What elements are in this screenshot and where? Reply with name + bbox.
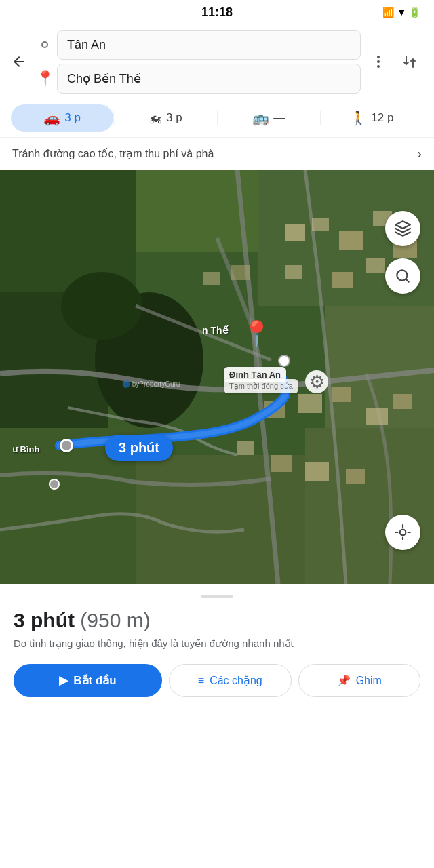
back-button[interactable] bbox=[5, 48, 33, 75]
svg-rect-21 bbox=[366, 258, 385, 273]
svg-rect-30 bbox=[346, 469, 365, 484]
moto-icon: 🏍 bbox=[149, 111, 162, 126]
origin-dot bbox=[41, 41, 48, 48]
watermark: 🔵 byPropertyGuru bbox=[122, 380, 180, 388]
map-background bbox=[0, 170, 434, 584]
route-summary: 3 phút (950 m) bbox=[14, 609, 420, 632]
origin-input[interactable]: Tân An bbox=[57, 30, 361, 60]
svg-rect-24 bbox=[332, 387, 351, 402]
svg-rect-23 bbox=[298, 394, 322, 413]
transport-transit[interactable]: 🚌 — bbox=[218, 104, 320, 132]
svg-rect-26 bbox=[393, 394, 412, 409]
map-layers-button[interactable] bbox=[385, 211, 420, 246]
svg-rect-31 bbox=[203, 272, 220, 285]
car-duration: 3 p bbox=[64, 111, 81, 125]
origin-pin bbox=[60, 439, 73, 452]
svg-rect-11 bbox=[305, 428, 434, 584]
car-icon: 🚗 bbox=[43, 110, 60, 126]
pin-button[interactable]: 📌 Ghim bbox=[298, 664, 421, 697]
bottom-actions: ▶ Bắt đầu ≡ Các chặng 📌 Ghim bbox=[14, 664, 420, 697]
moto-duration: 3 p bbox=[166, 111, 182, 125]
svg-rect-27 bbox=[237, 441, 254, 455]
stops-icon: ≡ bbox=[198, 675, 204, 687]
walk-duration: 12 p bbox=[371, 111, 393, 125]
more-options-button[interactable] bbox=[366, 50, 391, 74]
swap-directions-button[interactable] bbox=[396, 48, 423, 75]
route-options-arrow-icon: › bbox=[417, 146, 422, 161]
sheet-handle bbox=[201, 595, 233, 598]
svg-rect-14 bbox=[285, 224, 305, 241]
search-inputs: Tân An 📍 Chợ Bến Thế bbox=[38, 30, 361, 94]
map-search-button[interactable] bbox=[385, 258, 420, 294]
navigate-label: Bắt đầu bbox=[73, 673, 116, 688]
route-dot-origin bbox=[38, 41, 52, 48]
status-bar: 11:18 📶 ▼ 🔋 bbox=[0, 0, 434, 24]
pin-label: Ghim bbox=[356, 675, 382, 687]
svg-rect-32 bbox=[231, 265, 250, 280]
bottom-sheet: 3 phút (950 m) Do tình trạng giao thông,… bbox=[0, 584, 434, 711]
svg-rect-10 bbox=[136, 455, 305, 584]
status-time: 11:18 bbox=[201, 5, 233, 20]
pin-icon: 📌 bbox=[337, 674, 351, 687]
svg-rect-15 bbox=[312, 218, 329, 231]
start-navigation-button[interactable]: ▶ Bắt đầu bbox=[14, 664, 162, 697]
route-options-text: Tránh đường cao tốc, trạm thu phí và phà bbox=[12, 147, 417, 160]
destination-text: Chợ Bến Thế bbox=[67, 71, 141, 86]
route-time: 3 phút bbox=[14, 609, 75, 631]
origin-text: Tân An bbox=[67, 38, 106, 52]
tam-thoi-label: Tạm thời đóng cửa bbox=[224, 379, 298, 393]
n-the-label: n Thế bbox=[197, 322, 234, 338]
search-header: Tân An 📍 Chợ Bến Thế bbox=[0, 24, 434, 99]
transit-icon: 🚌 bbox=[252, 110, 269, 126]
transport-moto[interactable]: 🏍 3 p bbox=[114, 105, 216, 132]
route-dot-dest: 📍 bbox=[38, 71, 52, 86]
route-distance: (950 m) bbox=[75, 609, 151, 631]
destination-pin-icon: 📍 bbox=[36, 71, 54, 86]
svg-point-1 bbox=[377, 60, 380, 63]
transport-car[interactable]: 🚗 3 p bbox=[11, 104, 113, 132]
signal-icon: 📶 bbox=[382, 7, 394, 18]
svg-point-13 bbox=[61, 272, 142, 340]
svg-point-34 bbox=[400, 530, 406, 536]
transit-duration: — bbox=[273, 111, 285, 125]
navigate-icon: ▶ bbox=[59, 673, 68, 688]
svg-point-0 bbox=[377, 56, 380, 58]
svg-rect-28 bbox=[271, 455, 292, 472]
origin-row: Tân An bbox=[38, 30, 361, 60]
walk-icon: 🚶 bbox=[350, 110, 367, 126]
transport-bar: 🚗 3 p 🏍 3 p 🚌 — 🚶 12 p bbox=[0, 99, 434, 138]
waypoint-pin bbox=[49, 479, 60, 490]
route-description: Do tình trạng giao thông, hiện đây là tu… bbox=[14, 636, 420, 650]
destination-row: 📍 Chợ Bến Thế bbox=[38, 64, 361, 94]
destination-input[interactable]: Chợ Bến Thế bbox=[57, 64, 361, 94]
my-location-button[interactable] bbox=[385, 515, 420, 550]
stops-button[interactable]: ≡ Các chặng bbox=[169, 664, 292, 697]
destination-pin: 📍 bbox=[241, 319, 272, 348]
stops-label: Các chặng bbox=[210, 674, 262, 687]
svg-rect-29 bbox=[305, 462, 329, 481]
battery-icon: 🔋 bbox=[409, 7, 420, 18]
route-options-bar[interactable]: Tránh đường cao tốc, trạm thu phí và phà… bbox=[0, 138, 434, 170]
map-container[interactable]: 📍 Đình Tân An Tạm thời đóng cửa n Thế ư … bbox=[0, 170, 434, 584]
svg-rect-20 bbox=[332, 272, 353, 288]
svg-rect-25 bbox=[366, 408, 388, 425]
map-settings-icon: ⚙ bbox=[305, 370, 328, 393]
svg-rect-16 bbox=[339, 231, 363, 250]
route-duration-label: 3 phút bbox=[105, 435, 173, 461]
u-binh-label: ư Bình bbox=[7, 441, 45, 457]
transport-walk[interactable]: 🚶 12 p bbox=[321, 104, 423, 132]
svg-rect-19 bbox=[285, 265, 302, 279]
destination-white-dot bbox=[278, 355, 290, 367]
svg-point-2 bbox=[377, 65, 380, 68]
wifi-icon: ▼ bbox=[397, 7, 406, 18]
status-icons: 📶 ▼ 🔋 bbox=[382, 7, 420, 18]
svg-point-33 bbox=[397, 270, 407, 280]
